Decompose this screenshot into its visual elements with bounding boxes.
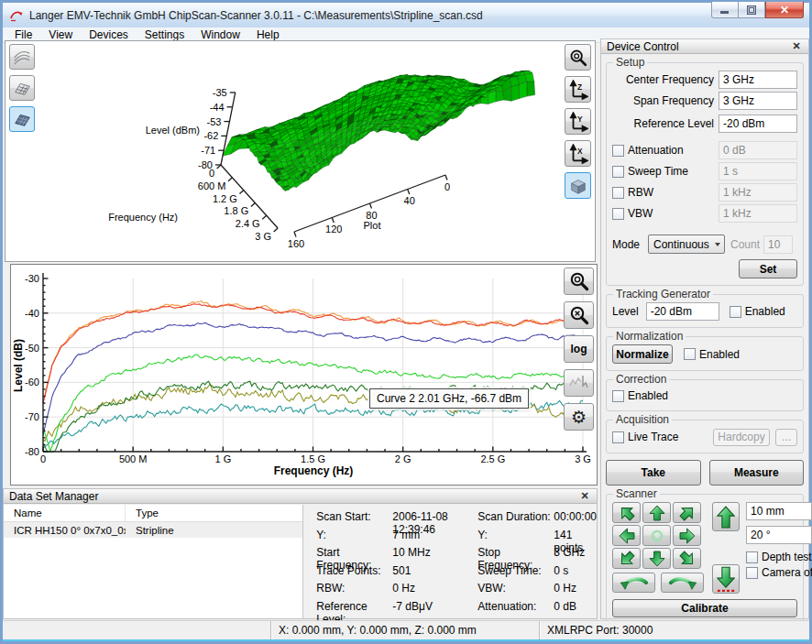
scan-info-grid: Scan Start:2006-11-08 12:39:46Scan Durat… xyxy=(303,505,597,618)
svg-text:Level (dB): Level (dB) xyxy=(12,339,25,392)
log-scale-button[interactable]: log xyxy=(564,335,594,363)
zoom-reset-icon[interactable] xyxy=(564,301,594,329)
scanner-z-down-button[interactable] xyxy=(712,564,740,594)
normalization-enabled-checkbox[interactable] xyxy=(684,348,696,360)
take-button[interactable]: Take xyxy=(606,460,701,486)
minimize-button[interactable] xyxy=(711,2,739,18)
dataset-manager-title: Data Set Manager xyxy=(9,490,98,503)
hardcopy-button[interactable]: Hardcopy xyxy=(713,429,770,446)
scanner-rotate-cw-button[interactable] xyxy=(661,573,704,593)
center-frequency-label: Center Frequency xyxy=(612,73,719,86)
surface-view-toolbar xyxy=(9,44,35,132)
vbw-input[interactable] xyxy=(719,204,797,223)
scanner-move-up-right-button[interactable] xyxy=(673,502,701,523)
scanner-rotate-ccw-button[interactable] xyxy=(612,573,655,593)
normalize-button[interactable]: Normalize xyxy=(612,344,673,364)
mode-dropdown[interactable]: Continuous xyxy=(648,235,725,254)
attenuation-checkbox[interactable] xyxy=(612,145,624,157)
svg-text:1.8 G: 1.8 G xyxy=(224,205,248,216)
surface-plot-3d[interactable]: -35-44-53-62-71-80Level (dBm)0600 M1.2 G… xyxy=(5,41,597,261)
svg-text:-70: -70 xyxy=(25,411,39,422)
count-input[interactable] xyxy=(763,235,793,254)
app-window: Langer EMV-Technik GmbH ChipScan-Scanner… xyxy=(0,0,812,644)
svg-text:2.5 G: 2.5 G xyxy=(480,453,505,464)
trace-picker-icon[interactable] xyxy=(564,369,594,397)
svg-text:Plot: Plot xyxy=(364,220,381,231)
settings-gear-icon[interactable]: ⚙ xyxy=(564,403,594,431)
span-frequency-input[interactable] xyxy=(719,92,797,110)
maximize-button[interactable] xyxy=(739,2,765,18)
scanner-move-up-button[interactable] xyxy=(642,502,671,523)
table-row[interactable]: ICR HH150 0° 0x7x0_0x0.05x0 Stripline xyxy=(4,522,302,538)
camera-off-label: Camera off xyxy=(762,566,812,579)
dataset-table: Name Type ICR HH150 0° 0x7x0_0x0.05x0 St… xyxy=(4,505,303,618)
scanner-move-up-left-button[interactable] xyxy=(612,502,641,523)
scanner-move-down-button[interactable] xyxy=(642,548,671,569)
surface-filled-view-button[interactable] xyxy=(9,106,35,132)
attenuation-input[interactable] xyxy=(719,141,797,159)
set-button[interactable]: Set xyxy=(739,259,797,278)
column-header-type[interactable]: Type xyxy=(126,508,159,518)
scan-info-value: 00:00:00 xyxy=(554,510,597,529)
reference-level-input[interactable] xyxy=(719,115,797,133)
scanner-move-left-button[interactable] xyxy=(612,525,641,546)
dataset-type: Stripline xyxy=(126,525,174,536)
sweep-time-input[interactable] xyxy=(719,162,797,180)
rotation-step-input[interactable] xyxy=(746,526,812,544)
rbw-input[interactable] xyxy=(719,183,797,202)
scanner-move-down-left-button[interactable] xyxy=(612,548,641,569)
correction-enabled-checkbox[interactable] xyxy=(612,390,624,402)
mode-label: Mode xyxy=(612,238,643,251)
zoom-in-icon[interactable] xyxy=(564,267,594,295)
svg-text:Z: Z xyxy=(577,83,582,92)
scanner-z-up-button[interactable] xyxy=(712,502,740,531)
step-size-input[interactable] xyxy=(746,502,812,520)
app-icon[interactable] xyxy=(9,8,24,23)
scan-info-value: 2006-11-08 12:39:46 xyxy=(392,510,477,529)
axis-y-icon[interactable]: Y xyxy=(565,108,591,135)
zoom-icon[interactable] xyxy=(565,44,591,71)
surface-lines-view-button[interactable] xyxy=(9,44,35,70)
svg-text:-44: -44 xyxy=(210,102,225,113)
svg-text:-35: -35 xyxy=(213,87,227,98)
svg-text:Frequency (Hz): Frequency (Hz) xyxy=(274,464,354,477)
surface-wireframe-view-button[interactable] xyxy=(9,75,35,101)
more-options-button[interactable]: ... xyxy=(775,429,797,446)
scan-info-value: 7 mm xyxy=(392,529,477,547)
scanner-move-down-right-button[interactable] xyxy=(673,548,701,569)
close-icon[interactable]: ✕ xyxy=(578,490,591,502)
svg-text:160: 160 xyxy=(288,238,304,249)
axis-z-icon[interactable]: Z xyxy=(565,76,591,103)
tg-enabled-checkbox[interactable] xyxy=(730,306,741,318)
tg-level-input[interactable] xyxy=(646,302,719,321)
scan-info-label: Y: xyxy=(316,529,392,547)
close-icon[interactable]: ✕ xyxy=(790,40,803,52)
curve-tooltip: Curve 2 2.01 GHz, -66.7 dBm xyxy=(369,388,529,409)
correction-legend: Correction xyxy=(613,373,669,386)
center-frequency-input[interactable] xyxy=(719,71,797,89)
scanner-home-button[interactable] xyxy=(642,525,671,546)
spectrum-chart-panel: 0500 M1 G1.5 G2 G2.5 G3 G-30-40-50-60-70… xyxy=(10,264,598,486)
svg-text:Frequency (Hz): Frequency (Hz) xyxy=(108,212,178,223)
camera-off-checkbox[interactable] xyxy=(746,567,758,579)
axis-x-icon[interactable]: X xyxy=(565,140,591,167)
svg-text:3 G: 3 G xyxy=(575,453,591,464)
measure-button[interactable]: Measure xyxy=(709,460,805,486)
column-header-name[interactable]: Name xyxy=(4,505,126,521)
sweep-time-checkbox[interactable] xyxy=(612,166,624,178)
close-icon[interactable]: ✕ xyxy=(765,2,804,18)
rbw-checkbox[interactable] xyxy=(612,187,624,199)
depth-test-checkbox[interactable] xyxy=(746,551,758,563)
svg-text:3 G: 3 G xyxy=(255,231,271,242)
scanner-move-right-button[interactable] xyxy=(673,525,701,546)
svg-text:-80: -80 xyxy=(25,446,39,457)
status-bar: X: 0.000 mm, Y: 0.000 mm, Z: 0.000 mm XM… xyxy=(3,620,809,639)
calibrate-button[interactable]: Calibrate xyxy=(612,599,797,617)
tracking-generator-legend: Tracking Generator xyxy=(613,288,713,300)
scan-info-label: Attenuation: xyxy=(477,600,554,618)
scan-info-value: 0 s xyxy=(554,564,597,583)
view-3d-icon[interactable] xyxy=(565,172,591,199)
live-trace-checkbox[interactable] xyxy=(612,431,624,443)
vbw-checkbox[interactable] xyxy=(612,208,624,220)
spectrum-chart-2d[interactable]: 0500 M1 G1.5 G2 G2.5 G3 G-30-40-50-60-70… xyxy=(11,265,597,485)
